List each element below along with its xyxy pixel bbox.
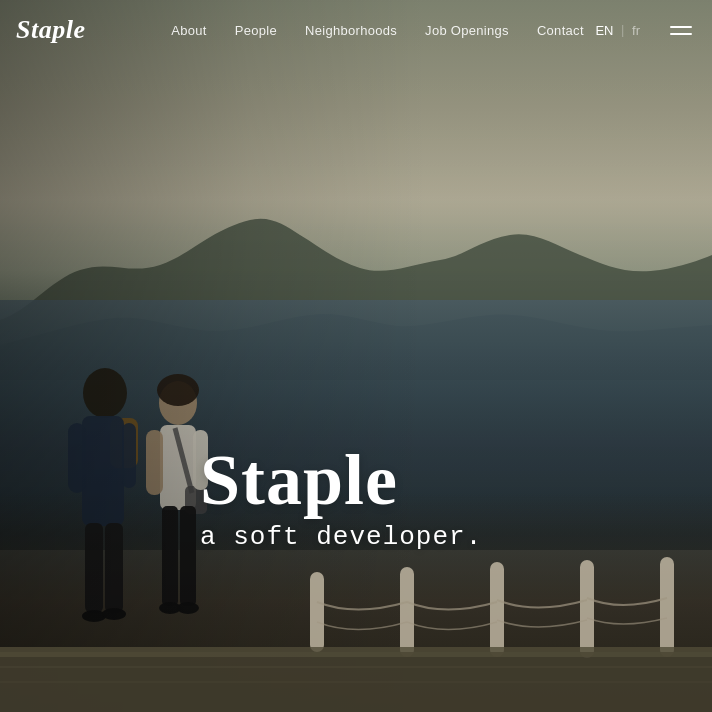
hero-subtitle: a soft developer. xyxy=(200,522,482,552)
hamburger-menu[interactable] xyxy=(666,22,696,39)
nav-about[interactable]: About xyxy=(171,23,206,38)
hamburger-line-1 xyxy=(670,26,692,28)
svg-rect-6 xyxy=(0,647,712,657)
nav-contact[interactable]: Contact xyxy=(537,23,584,38)
svg-rect-1 xyxy=(400,567,414,657)
hero-text-block: Staple a soft developer. xyxy=(200,444,482,552)
svg-rect-4 xyxy=(660,557,674,657)
svg-rect-0 xyxy=(310,572,324,652)
navbar: Staple About People Neighborhoods Job Op… xyxy=(0,0,712,60)
hero-title: Staple xyxy=(200,444,482,516)
svg-rect-2 xyxy=(490,562,504,657)
nav-neighborhoods[interactable]: Neighborhoods xyxy=(305,23,397,38)
nav-right: EN | fr xyxy=(595,22,696,39)
lang-fr-button[interactable]: fr xyxy=(632,23,640,38)
lang-separator: | xyxy=(621,22,624,38)
lang-en-button[interactable]: EN xyxy=(595,23,613,38)
svg-rect-3 xyxy=(580,560,594,658)
hamburger-line-2 xyxy=(670,33,692,35)
hero-section: Staple About People Neighborhoods Job Op… xyxy=(0,0,712,712)
nav-job-openings[interactable]: Job Openings xyxy=(425,23,509,38)
logo[interactable]: Staple xyxy=(16,15,85,45)
nav-people[interactable]: People xyxy=(235,23,277,38)
nav-links: About People Neighborhoods Job Openings … xyxy=(91,23,584,38)
